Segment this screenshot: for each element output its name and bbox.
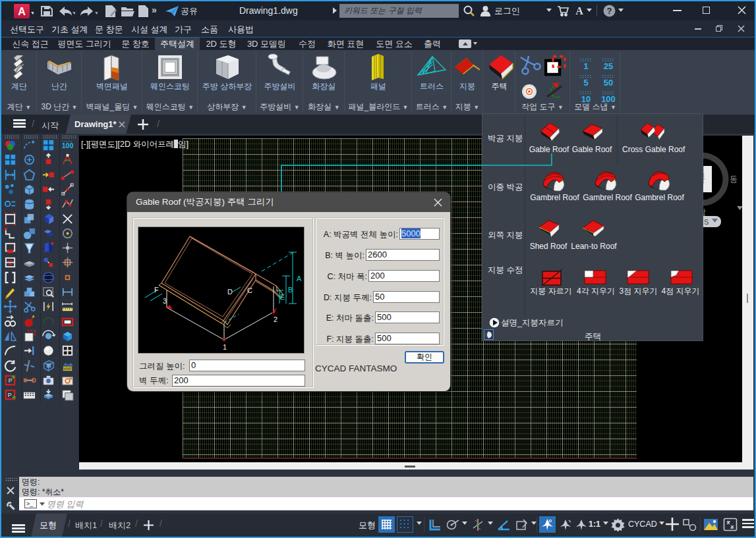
svg-text:WMF: WMF [63, 367, 72, 371]
svg-text:A: A [297, 275, 302, 282]
svg-text:P: P [9, 377, 13, 384]
svg-text:동: 동 [730, 175, 738, 184]
svg-text:A: A [18, 6, 26, 17]
svg-text:C: C [247, 286, 252, 294]
svg-text:1: 1 [223, 343, 227, 351]
svg-text:2: 2 [274, 315, 277, 323]
svg-text:F: F [154, 286, 159, 294]
svg-text:E: E [280, 293, 285, 301]
svg-text:?: ? [607, 6, 612, 16]
svg-text:100: 100 [62, 142, 74, 149]
svg-text:A: A [575, 5, 583, 16]
svg-text:P: P [8, 392, 12, 398]
svg-text:S: S [704, 218, 709, 226]
svg-text:B: B [288, 286, 293, 294]
svg-text:3: 3 [163, 297, 167, 305]
svg-text:D: D [227, 288, 233, 296]
